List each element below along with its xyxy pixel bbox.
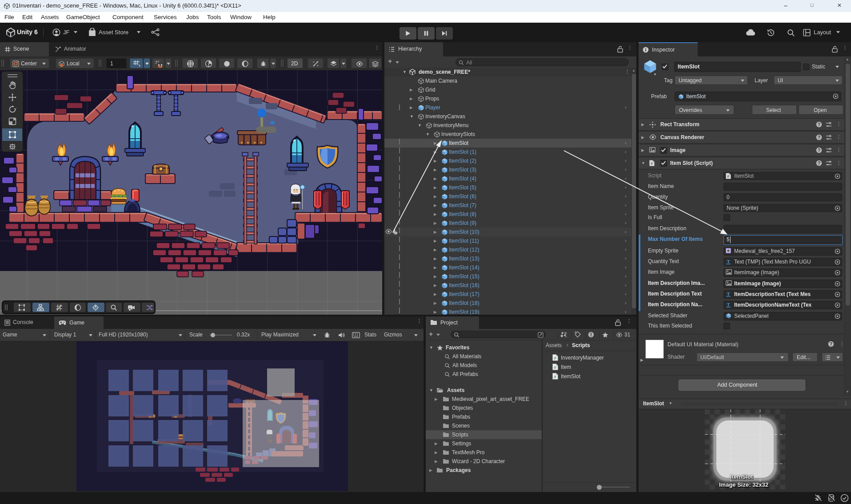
svg-text:#: # bbox=[554, 365, 556, 370]
svg-text:#: # bbox=[727, 174, 729, 179]
svg-text:T: T bbox=[727, 302, 730, 307]
svg-text:?: ? bbox=[818, 148, 820, 153]
svg-text:#: # bbox=[554, 375, 556, 379]
svg-text:?: ? bbox=[818, 135, 820, 140]
svg-text:#: # bbox=[651, 161, 653, 166]
svg-text:Y: Y bbox=[139, 64, 140, 67]
svg-text:T: T bbox=[727, 291, 730, 296]
svg-text:T: T bbox=[727, 259, 730, 264]
svg-text:?: ? bbox=[818, 161, 820, 166]
svg-text:?: ? bbox=[830, 342, 832, 347]
svg-text:#: # bbox=[554, 356, 556, 360]
svg-text:?: ? bbox=[818, 122, 820, 127]
